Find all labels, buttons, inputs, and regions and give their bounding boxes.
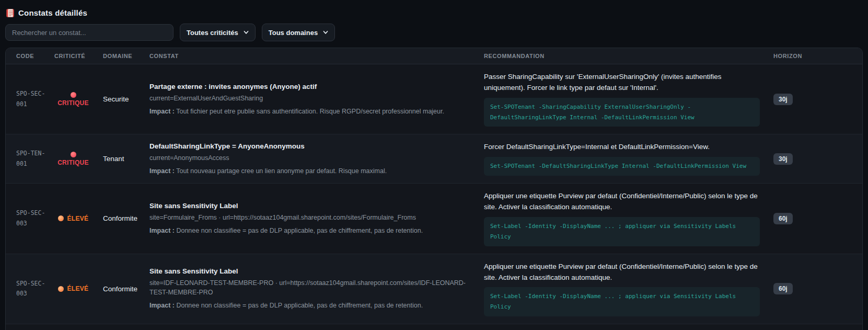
impact-text: Tout nouveau partage cree un lien anonym… <box>176 167 387 175</box>
criticality-dot-icon <box>71 152 76 157</box>
criticality-filter-value: Toutes criticités <box>187 29 238 37</box>
table-row: SPO-SEC-001 CRITIQUE Securite Partage ex… <box>6 64 862 134</box>
horizon-cell: 60j <box>773 283 852 294</box>
report-icon <box>6 9 14 17</box>
criticality-dot-icon <box>71 92 76 98</box>
impact-label: Impact : <box>149 227 175 234</box>
finding-impact: Impact : Tout fichier peut etre publie s… <box>149 107 470 116</box>
impact-label: Impact : <box>149 108 175 115</box>
horizon-cell: 60j <box>773 213 852 224</box>
column-header-finding: CONSTAT <box>149 53 484 59</box>
finding-cell: DefaultSharingLinkType = AnyoneAnonymous… <box>149 142 484 176</box>
finding-cell: Site sans Sensitivity Label site=Formula… <box>149 202 484 235</box>
finding-code: SPO-SEC-003 <box>16 279 54 299</box>
finding-impact: Impact : Tout nouveau partage cree un li… <box>149 166 470 176</box>
finding-title: DefaultSharingLinkType = AnyoneAnonymous <box>149 142 470 150</box>
column-header-criticality: CRITICITÉ <box>54 53 103 59</box>
recommendation-text: Appliquer une etiquette Purview par defa… <box>484 261 760 283</box>
finding-domain: Conformite <box>103 214 149 222</box>
finding-domain: Tenant <box>103 155 149 163</box>
finding-code: SPO-SEC-003 <box>16 208 54 229</box>
chevron-down-icon <box>244 30 249 35</box>
column-header-recommendation: RECOMMANDATION <box>484 53 773 59</box>
finding-code: SPO-TEN-001 <box>16 149 54 169</box>
table-row: SPO-SEC-003 ÉLEVÉ Conformite Site sans S… <box>6 254 862 324</box>
chevron-down-icon <box>323 30 328 35</box>
horizon-badge: 60j <box>773 213 793 224</box>
finding-title: Site sans Sensitivity Label <box>149 202 470 210</box>
table-row: SPO-SEC-003 ÉLEVÉ Conformite Site sans S… <box>6 324 862 330</box>
finding-meta: current=AnonymousAccess <box>149 153 470 163</box>
horizon-badge: 30j <box>773 153 793 165</box>
finding-cell: Partage externe : invites anonymes (Anyo… <box>149 83 484 116</box>
table-body: SPO-SEC-001 CRITIQUE Securite Partage ex… <box>6 64 862 330</box>
finding-meta: site=IDF-LEONARD-TEST-MEMBRE-PRO · url=h… <box>149 278 470 297</box>
remediation-command: Set-Label -Identity -DisplayName ... ; a… <box>484 287 760 316</box>
horizon-cell: 30j <box>773 94 852 105</box>
finding-domain: Securite <box>103 95 149 103</box>
column-header-domain: DOMAINE <box>103 53 149 59</box>
recommendation-cell: Appliquer une etiquette Purview par defa… <box>484 191 773 246</box>
finding-impact: Impact : Donnee non classifiee = pas de … <box>149 301 470 310</box>
criticality-badge: CRITIQUE <box>54 92 92 107</box>
horizon-badge: 60j <box>773 283 793 294</box>
finding-title: Partage externe : invites anonymes (Anyo… <box>149 83 470 90</box>
recommendation-cell: Appliquer une etiquette Purview par defa… <box>484 261 773 316</box>
search-input[interactable] <box>5 24 173 41</box>
remediation-command: Set-SPOTenant -DefaultSharingLinkType In… <box>484 157 760 176</box>
finding-code: SPO-SEC-001 <box>16 89 54 109</box>
table-row: SPO-TEN-001 CRITIQUE Tenant DefaultShari… <box>6 134 862 184</box>
criticality-label: CRITIQUE <box>57 99 89 107</box>
impact-label: Impact : <box>149 167 175 175</box>
horizon-badge: 30j <box>773 94 793 105</box>
criticality-label: CRITIQUE <box>57 159 89 166</box>
criticality-label: ÉLEVÉ <box>67 215 89 222</box>
table-header-row: CODE CRITICITÉ DOMAINE CONSTAT RECOMMAND… <box>6 48 862 64</box>
finding-impact: Impact : Donnee non classifiee = pas de … <box>149 226 470 235</box>
criticality-badge: CRITIQUE <box>54 152 92 166</box>
criticality-badge: ÉLEVÉ <box>54 215 92 222</box>
findings-table: CODE CRITICITÉ DOMAINE CONSTAT RECOMMAND… <box>5 48 863 330</box>
criticality-label: ÉLEVÉ <box>67 285 89 292</box>
page-title: Constats détaillés <box>18 8 87 17</box>
impact-label: Impact : <box>149 302 175 309</box>
criticality-dot-icon <box>58 286 64 292</box>
remediation-command: Set-SPOTenant -SharingCapability Externa… <box>484 98 760 127</box>
finding-cell: Site sans Sensitivity Label site=IDF-LEO… <box>149 267 484 310</box>
remediation-command: Set-Label -Identity -DisplayName ... ; a… <box>484 217 760 246</box>
recommendation-text: Appliquer une etiquette Purview par defa… <box>484 191 760 213</box>
finding-domain: Conformite <box>103 285 149 293</box>
recommendation-cell: Passer SharingCapability sur 'ExternalUs… <box>484 72 773 127</box>
impact-text: Tout fichier peut etre publie sans authe… <box>176 108 444 115</box>
finding-meta: current=ExternalUserAndGuestSharing <box>149 94 470 103</box>
criticality-badge: ÉLEVÉ <box>54 285 92 292</box>
page-header: Constats détaillés <box>0 0 868 22</box>
recommendation-text: Passer SharingCapability sur 'ExternalUs… <box>484 72 760 94</box>
recommendation-text: Forcer DefaultSharingLinkType=Internal e… <box>484 142 760 153</box>
domain-filter-select[interactable]: Tous domaines <box>262 24 335 41</box>
finding-meta: site=Formulaire_Froms · url=https://sota… <box>149 213 470 222</box>
column-header-horizon: HORIZON <box>773 53 852 59</box>
table-row: SPO-SEC-003 ÉLEVÉ Conformite Site sans S… <box>6 184 862 254</box>
impact-text: Donnee non classifiee = pas de DLP appli… <box>176 227 423 234</box>
domain-filter-value: Tous domaines <box>269 29 318 37</box>
impact-text: Donnee non classifiee = pas de DLP appli… <box>176 302 423 309</box>
column-header-code: CODE <box>16 53 54 59</box>
criticality-dot-icon <box>58 215 64 221</box>
criticality-filter-select[interactable]: Toutes criticités <box>180 24 256 41</box>
horizon-cell: 30j <box>773 153 852 165</box>
finding-title: Site sans Sensitivity Label <box>149 267 470 275</box>
filter-bar: Toutes criticités Tous domaines <box>0 22 868 48</box>
recommendation-cell: Forcer DefaultSharingLinkType=Internal e… <box>484 142 773 176</box>
